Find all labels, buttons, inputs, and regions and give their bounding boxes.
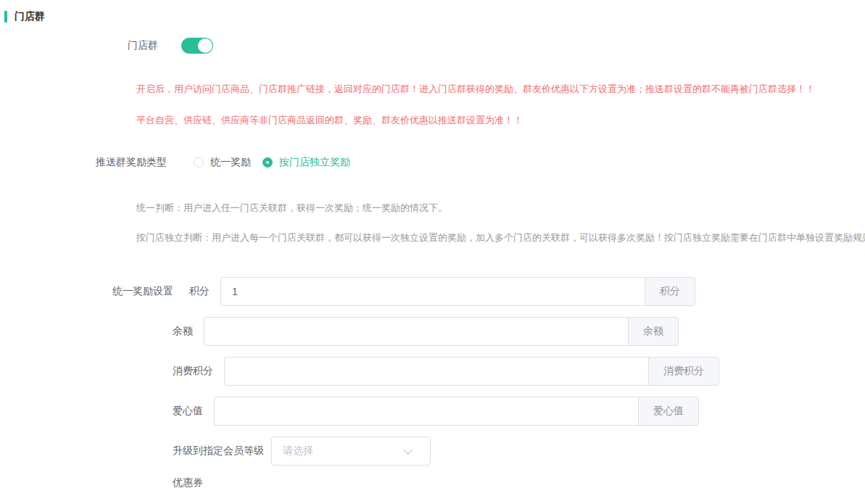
points-input-group: 积分 <box>220 277 695 306</box>
member-level-row: 升级到指定会员等级 请选择 <box>0 437 865 466</box>
page-title: 门店群 <box>15 10 45 23</box>
points-unit: 积分 <box>645 277 695 306</box>
member-level-select[interactable]: 请选择 <box>271 437 431 466</box>
points-label: 积分 <box>189 285 210 298</box>
consume-points-unit: 消费积分 <box>648 357 719 386</box>
radio-independent-reward[interactable]: 按门店独立奖励 <box>262 156 350 169</box>
points-row: 统一奖励设置 积分 积分 <box>0 277 865 306</box>
reward-type-label: 推送群奖励类型 <box>0 156 167 169</box>
love-value-row: 爱心值 爱心值 <box>0 397 865 426</box>
balance-label: 余额 <box>173 325 193 338</box>
section-header: 门店群 <box>4 9 865 24</box>
radio-checked-icon <box>262 157 273 168</box>
warning-text-2: 平台自营、供应链、供应商等非门店商品返回的群、奖励、群友价优惠以推送群设置为准！… <box>136 114 865 126</box>
balance-row: 余额 余额 <box>0 317 865 346</box>
warning-text-1: 开启后，用户访问门店商品、门店群推广链接，返回对应的门店群！进入门店群获得的奖励… <box>136 83 865 95</box>
balance-unit: 余额 <box>628 317 679 346</box>
reward-type-description-2: 按门店独立判断：用户进入每一个门店关联群，都可以获得一次独立设置的奖励，加入多个… <box>136 231 865 244</box>
store-group-toggle[interactable] <box>181 38 213 54</box>
balance-input[interactable] <box>204 317 628 346</box>
store-group-toggle-label: 门店群 <box>0 39 158 52</box>
points-input[interactable] <box>220 277 645 306</box>
store-group-toggle-row: 门店群 <box>0 38 865 54</box>
consume-points-label: 消费积分 <box>173 365 213 378</box>
love-value-input-group: 爱心值 <box>214 397 699 426</box>
reward-type-row: 推送群奖励类型 统一奖励 按门店独立奖励 <box>0 155 865 170</box>
section-accent-bar <box>4 11 7 22</box>
reward-type-description-1: 统一判断：用户进入任一门店关联群，获得一次奖励；统一奖励的情况下。 <box>136 202 865 214</box>
reward-type-radio-group: 统一奖励 按门店独立奖励 <box>194 156 350 169</box>
reward-settings-label: 统一奖励设置 <box>112 285 173 298</box>
consume-points-input-group: 消费积分 <box>224 357 719 386</box>
member-level-placeholder: 请选择 <box>283 445 313 458</box>
chevron-down-icon <box>403 445 413 455</box>
radio-unchecked-icon <box>194 157 204 168</box>
balance-input-group: 余额 <box>204 317 679 346</box>
toggle-knob-icon <box>198 38 212 53</box>
member-level-label: 升级到指定会员等级 <box>173 445 264 458</box>
consume-points-input[interactable] <box>224 357 648 386</box>
love-value-label: 爱心值 <box>173 405 203 418</box>
love-value-unit: 爱心值 <box>638 397 699 426</box>
coupon-label: 优惠券 <box>173 476 203 488</box>
love-value-input[interactable] <box>214 397 638 426</box>
consume-points-row: 消费积分 消费积分 <box>0 357 865 386</box>
reward-settings-section: 统一奖励设置 积分 积分 余额 余额 消费积分 消费积分 爱心值 爱心值 升级到… <box>0 277 865 489</box>
coupon-row: 优惠券 <box>0 476 865 489</box>
radio-unified-reward[interactable]: 统一奖励 <box>194 156 251 169</box>
